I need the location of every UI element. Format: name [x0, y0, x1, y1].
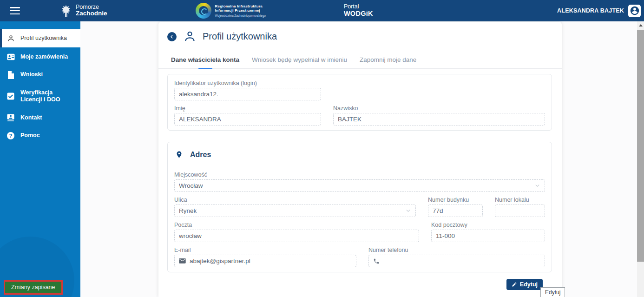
- city-input[interactable]: [179, 182, 534, 189]
- sidebar-item-profil-uzytkownika[interactable]: Profil użytkownika: [0, 29, 80, 47]
- scrollbar-up-arrow-icon[interactable]: [639, 24, 643, 26]
- sidebar-item-pomoc[interactable]: ? Pomoc: [0, 128, 80, 144]
- street-label: Ulica: [174, 197, 416, 203]
- sidebar-item-kontakt[interactable]: Kontakt: [0, 110, 80, 126]
- phone-icon: [373, 258, 380, 264]
- user-outline-icon: [184, 30, 196, 43]
- brand-pomorze-line2: Zachodnie: [76, 10, 107, 17]
- hamburger-menu-icon[interactable]: [10, 7, 20, 14]
- brand-riip-line2: Informacji Przestrzennej: [215, 8, 266, 13]
- scrollbar-thumb[interactable]: [637, 30, 644, 262]
- postal-code-label: Kod pocztowy: [431, 222, 545, 228]
- sidebar-item-label: Moje zamówienia: [20, 53, 68, 61]
- building-number-input[interactable]: [433, 207, 478, 214]
- tab-dane-wlasciciela-konta[interactable]: Dane właściciela konta: [171, 56, 239, 68]
- orders-badge-icon: [6, 53, 15, 60]
- page-title: Profil użytkownika: [203, 31, 277, 42]
- back-chevron-icon: [170, 34, 174, 39]
- first-name-label: Imię: [174, 105, 321, 112]
- sidebar-item-label: Pomoc: [20, 132, 40, 139]
- post-field[interactable]: [174, 230, 419, 242]
- location-pin-icon: [175, 150, 183, 159]
- logged-user-name: ALEKSANDRA BAJTEK: [557, 7, 624, 14]
- document-icon: [6, 71, 15, 79]
- phone-field[interactable]: [368, 255, 545, 267]
- checkbox-icon: [6, 92, 15, 100]
- apartment-number-field[interactable]: [495, 205, 545, 217]
- apartment-number-label: Numer lokalu: [495, 197, 545, 203]
- back-button[interactable]: [167, 32, 177, 41]
- phone-label: Numer telefonu: [368, 247, 545, 253]
- postal-code-input[interactable]: [436, 232, 540, 239]
- address-card: Adres Miejscowość: [167, 142, 552, 272]
- main-content-area: Profil użytkownika Dane właściciela kont…: [80, 21, 637, 297]
- brand-portal-line2: WODGiK: [344, 10, 373, 18]
- chevron-down-icon: [405, 208, 411, 214]
- contact-card-icon: [6, 114, 15, 122]
- last-name-field[interactable]: [333, 113, 545, 125]
- tab-zapomnij-moje-dane[interactable]: Zapomnij moje dane: [360, 56, 416, 68]
- account-data-card: Identyfikator użytkownika (login) Imię: [167, 74, 552, 131]
- changes-saved-toast: Zmiany zapisane: [4, 280, 63, 295]
- user-account-button[interactable]: [628, 5, 641, 17]
- first-name-input[interactable]: [179, 116, 316, 123]
- city-select[interactable]: [174, 179, 545, 192]
- riip-circle-logo: [196, 3, 211, 19]
- building-number-label: Numer budynku: [428, 197, 483, 203]
- help-question-icon: ?: [6, 132, 15, 139]
- phone-input[interactable]: [383, 257, 540, 264]
- first-name-field[interactable]: [174, 113, 321, 125]
- pencil-icon: [512, 282, 517, 287]
- sidebar-item-label: Kontakt: [20, 114, 42, 122]
- pomorze-zachodnie-griffin-icon: [60, 4, 72, 17]
- edit-button[interactable]: Edytuj: [506, 279, 543, 290]
- brand-portal-line1: Portal: [344, 4, 373, 10]
- edit-button-label: Edytuj: [520, 281, 538, 288]
- last-name-input[interactable]: [338, 116, 540, 123]
- post-label: Poczta: [174, 222, 419, 228]
- app-header: Pomorze Zachodnie Regionalna Infrastrukt…: [0, 0, 644, 21]
- sidebar-item-label: Weryfikacja Licencji i DOO: [20, 89, 76, 104]
- apartment-number-input[interactable]: [499, 207, 540, 214]
- user-icon: [6, 34, 15, 42]
- email-field[interactable]: [174, 255, 356, 267]
- portal-wodgik-logo: Portal WODGiK: [344, 4, 373, 18]
- profile-tabs: Dane właściciela konta Wniosek będę wype…: [158, 56, 562, 69]
- login-field[interactable]: [174, 88, 321, 100]
- riip-logo: Regionalna Infrastruktura Informacji Prz…: [196, 3, 266, 19]
- login-input[interactable]: [179, 91, 316, 98]
- chevron-down-icon: [534, 183, 540, 189]
- street-select[interactable]: [174, 205, 416, 217]
- sidebar-item-wnioski[interactable]: Wnioski: [0, 67, 80, 83]
- login-label: Identyfikator użytkownika (login): [174, 80, 321, 86]
- edit-tooltip: Edytuj: [540, 287, 565, 297]
- city-label: Miejscowość: [174, 172, 545, 178]
- vertical-scrollbar[interactable]: [637, 21, 644, 297]
- street-input[interactable]: [179, 207, 405, 214]
- email-label: E-mail: [174, 247, 356, 253]
- sidebar-item-label: Profil użytkownika: [20, 35, 67, 42]
- account-circle-icon: [630, 6, 640, 16]
- last-name-label: Nazwisko: [333, 105, 545, 112]
- post-input[interactable]: [179, 232, 414, 239]
- sidebar-item-moje-zamowienia[interactable]: Moje zamówienia: [0, 49, 80, 65]
- email-input[interactable]: [190, 257, 352, 264]
- address-card-title: Adres: [190, 151, 211, 159]
- sidebar-item-label: Wnioski: [20, 71, 43, 79]
- pomorze-zachodnie-logo: Pomorze Zachodnie: [60, 4, 107, 17]
- sidebar-nav: Profil użytkownika Moje zamówienia Wnios…: [0, 21, 80, 297]
- tab-wniosek-w-imieniu[interactable]: Wniosek będę wypełniał w imieniu: [252, 56, 347, 68]
- building-number-field[interactable]: [428, 205, 483, 217]
- sidebar-item-weryfikacja-licencji[interactable]: Weryfikacja Licencji i DOO: [0, 85, 80, 108]
- postal-code-field[interactable]: [431, 230, 545, 242]
- brand-riip-line1: Regionalna Infrastruktura: [215, 4, 266, 9]
- profile-panel: Profil użytkownika Dane właściciela kont…: [158, 22, 562, 297]
- brand-riip-line3: Województwa Zachodniopomorskiego: [215, 14, 266, 18]
- email-icon: [179, 258, 186, 264]
